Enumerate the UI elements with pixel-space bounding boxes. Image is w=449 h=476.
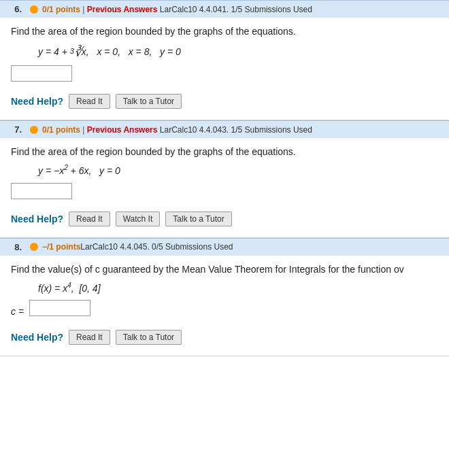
need-help-row-1: Need Help?Read ItTalk to a Tutor xyxy=(11,94,438,109)
header-text-3: −/1 pointsLarCalc10 4.4.045. 0/5 Submiss… xyxy=(42,242,233,252)
points-label: 0/1 points xyxy=(42,5,80,14)
book-ref: LarCalc10 4.4.045. xyxy=(80,242,149,252)
status-dot-2 xyxy=(30,126,38,134)
separator: | xyxy=(82,5,84,14)
question-body-2: Find the area of the region bounded by t… xyxy=(0,138,449,237)
help-button-2-3[interactable]: Talk to a Tutor xyxy=(165,211,231,226)
question-block-2: 7.0/1 points | Previous Answers LarCalc1… xyxy=(0,120,449,238)
question-block-1: 6.0/1 points | Previous Answers LarCalc1… xyxy=(0,0,449,120)
question-header-1: 6.0/1 points | Previous Answers LarCalc1… xyxy=(0,0,449,18)
question-text-2: Find the area of the region bounded by t… xyxy=(11,146,438,157)
prev-answers-label: Previous Answers xyxy=(87,5,158,14)
help-button-3-2[interactable]: Talk to a Tutor xyxy=(116,330,182,345)
need-help-label-3: Need Help? xyxy=(11,332,63,343)
points-label: 0/1 points xyxy=(42,125,80,135)
need-help-row-2: Need Help?Read ItWatch ItTalk to a Tutor xyxy=(11,211,438,226)
answer-input-1[interactable] xyxy=(11,65,72,82)
answer-input-3[interactable] xyxy=(29,300,90,316)
question-number-3: 8. xyxy=(7,242,26,252)
question-text-3: Find the value(s) of c guaranteed by the… xyxy=(11,264,438,275)
question-number-2: 7. xyxy=(7,124,26,135)
book-ref: LarCalc10 4.4.043. xyxy=(160,125,229,135)
math-expression-2: y = −x2 + 6x, y = 0 xyxy=(38,164,438,176)
question-text-1: Find the area of the region bounded by t… xyxy=(11,26,438,37)
book-ref: LarCalc10 4.4.041. xyxy=(160,5,229,14)
c-equals-label: c = xyxy=(11,306,24,317)
need-help-label-1: Need Help? xyxy=(11,96,63,107)
question-header-2: 7.0/1 points | Previous Answers LarCalc1… xyxy=(0,120,449,138)
question-number-1: 6. xyxy=(7,4,26,14)
c-equals-row: c = xyxy=(11,300,438,323)
help-button-2-2[interactable]: Watch It xyxy=(116,211,161,226)
answer-input-2[interactable] xyxy=(11,183,72,199)
help-button-3-1[interactable]: Read It xyxy=(69,330,110,345)
status-dot-3 xyxy=(30,243,38,251)
prev-answers-label: Previous Answers xyxy=(87,125,158,135)
question-header-3: 8.−/1 pointsLarCalc10 4.4.045. 0/5 Submi… xyxy=(0,238,449,256)
status-dot-1 xyxy=(30,5,38,14)
submissions-label: 0/5 Submissions Used xyxy=(152,242,233,252)
submissions-label: 1/5 Submissions Used xyxy=(231,5,312,14)
header-text-2: 0/1 points | Previous Answers LarCalc10 … xyxy=(42,125,312,135)
header-text-1: 0/1 points | Previous Answers LarCalc10 … xyxy=(42,5,312,14)
separator: | xyxy=(82,125,84,135)
points-label: −/1 points xyxy=(42,242,80,252)
question-body-1: Find the area of the region bounded by t… xyxy=(0,18,449,120)
submissions-label: 1/5 Submissions Used xyxy=(231,125,312,135)
need-help-label-2: Need Help? xyxy=(11,214,63,224)
math-expression-3: f(x) = x4, [0, 4] xyxy=(38,282,438,294)
math-expression-1: y = 4 + 3∛x, x = 0, x = 8, y = 0 xyxy=(38,44,438,58)
need-help-row-3: Need Help?Read ItTalk to a Tutor xyxy=(11,330,438,345)
help-button-2-1[interactable]: Read It xyxy=(69,211,110,226)
question-body-3: Find the value(s) of c guaranteed by the… xyxy=(0,256,449,356)
question-block-3: 8.−/1 pointsLarCalc10 4.4.045. 0/5 Submi… xyxy=(0,238,449,357)
help-button-1-1[interactable]: Read It xyxy=(69,94,110,109)
help-button-1-2[interactable]: Talk to a Tutor xyxy=(116,94,182,109)
